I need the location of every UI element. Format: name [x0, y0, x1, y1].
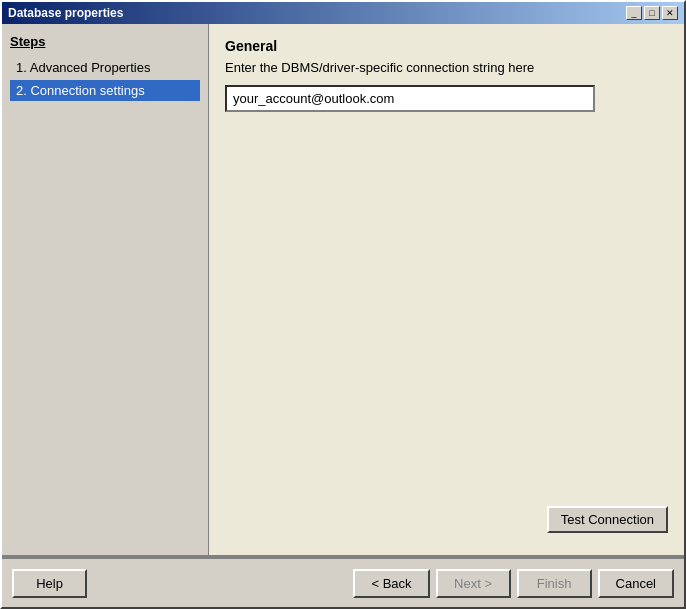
content-spacer — [225, 112, 668, 506]
connection-string-input[interactable] — [225, 85, 595, 112]
sidebar-item-advanced-properties[interactable]: 1. Advanced Properties — [10, 57, 200, 78]
window-title: Database properties — [8, 6, 123, 20]
content-area: General Enter the DBMS/driver-specific c… — [209, 24, 684, 555]
content-title: General — [225, 38, 668, 54]
close-button[interactable]: ✕ — [662, 6, 678, 20]
help-button[interactable]: Help — [12, 569, 87, 598]
finish-button[interactable]: Finish — [517, 569, 592, 598]
sidebar: Steps 1. Advanced Properties 2. Connecti… — [2, 24, 209, 555]
sidebar-title: Steps — [10, 34, 200, 49]
sidebar-item-connection-settings[interactable]: 2. Connection settings — [10, 80, 200, 101]
next-button[interactable]: Next > — [436, 569, 511, 598]
footer-right: < Back Next > Finish Cancel — [353, 569, 674, 598]
back-button[interactable]: < Back — [353, 569, 429, 598]
footer: Help < Back Next > Finish Cancel — [2, 557, 684, 607]
main-window: Database properties _ □ ✕ Steps 1. Advan… — [0, 0, 686, 609]
test-connection-bar: Test Connection — [225, 506, 668, 541]
content-description: Enter the DBMS/driver-specific connectio… — [225, 60, 668, 75]
main-area: Steps 1. Advanced Properties 2. Connecti… — [2, 24, 684, 555]
minimize-button[interactable]: _ — [626, 6, 642, 20]
maximize-button[interactable]: □ — [644, 6, 660, 20]
test-connection-button[interactable]: Test Connection — [547, 506, 668, 533]
cancel-button[interactable]: Cancel — [598, 569, 674, 598]
title-bar: Database properties _ □ ✕ — [2, 2, 684, 24]
window-controls: _ □ ✕ — [626, 6, 678, 20]
footer-left: Help — [12, 569, 87, 598]
window-body: Steps 1. Advanced Properties 2. Connecti… — [2, 24, 684, 607]
